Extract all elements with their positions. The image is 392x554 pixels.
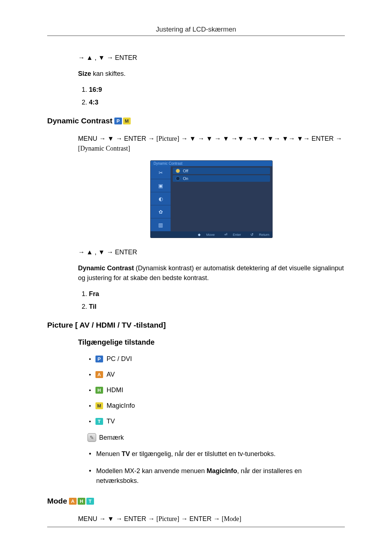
dc-description: Dynamic Contrast (Dynamisk kontrast) er … bbox=[78, 263, 345, 283]
note-heading: ✎ Bemærk bbox=[87, 433, 345, 442]
note-item: Modellen MX-2 kan anvende menuen MagicIn… bbox=[89, 466, 345, 486]
osd-footer: ◆Move ⏎Enter ↺Return bbox=[151, 231, 272, 238]
path-tail: [Dynamic Contrast] bbox=[78, 145, 130, 152]
note-mid: er tilgængelig, når der er tilsluttet en… bbox=[130, 450, 275, 457]
badge-m-icon: M bbox=[95, 402, 103, 409]
path-mid: → ▼ → ▼ → ▼ →▼ →▼→ ▼→ ▼→ ▼→ ENTER → bbox=[179, 135, 342, 142]
dc-desc-lead: Dynamic Contrast bbox=[78, 264, 134, 272]
osd-icon-tools-icon: ✂ bbox=[151, 166, 171, 179]
path-picture: [Picture] bbox=[156, 515, 179, 522]
path-mid: → ENTER → bbox=[179, 515, 222, 522]
list-item: 16:9 bbox=[89, 86, 345, 94]
badge-t-icon: T bbox=[86, 498, 94, 505]
page-header-title: Justering af LCD-skærmen bbox=[47, 25, 345, 36]
badge-a-icon: A bbox=[95, 371, 103, 378]
osd-option-off: Off bbox=[173, 168, 270, 174]
modes-list: P PC / DVI A AV H HDMI M MagicInfo T TV bbox=[78, 355, 345, 425]
mode-label: MagicInfo bbox=[107, 402, 135, 410]
size-section: → ▲ , ▼ → ENTER Size kan skiftes. 16:9 4… bbox=[78, 54, 345, 106]
osd-opt-label: Off bbox=[183, 169, 188, 173]
radio-unselected-icon bbox=[176, 176, 180, 181]
osd-title: Dynamic Contrast bbox=[151, 161, 272, 166]
mode-item-tv: T TV bbox=[89, 418, 345, 425]
mode-label: PC / DVI bbox=[107, 355, 132, 363]
heading-text: Mode bbox=[47, 497, 67, 505]
osd-foot-move: Move bbox=[206, 233, 215, 237]
notes-list: Menuen TV er tilgængelig, når der er til… bbox=[78, 449, 345, 486]
list-item: Fra bbox=[89, 290, 345, 298]
mode-item-pc-dvi: P PC / DVI bbox=[89, 355, 345, 363]
mode-item-magicinfo: M MagicInfo bbox=[89, 402, 345, 410]
heading-text: Dynamic Contrast bbox=[47, 116, 113, 125]
osd-icon-multi-icon: ▥ bbox=[151, 218, 171, 231]
available-modes-heading: Tilgængelige tilstande bbox=[78, 338, 345, 346]
note-pre: Menuen bbox=[96, 450, 122, 457]
dynamic-contrast-heading: Dynamic Contrast P M bbox=[47, 116, 345, 125]
osd-body: ✂ ▣ ◐ ✿ ▥ Off On bbox=[151, 166, 272, 231]
list-item: Til bbox=[89, 303, 345, 311]
osd-icon-setup-icon: ✿ bbox=[151, 205, 171, 218]
dynamic-contrast-body: MENU → ▼ → ENTER → [Picture] → ▼ → ▼ → ▼… bbox=[78, 134, 345, 311]
nav-sequence: → ▲ , ▼ → ENTER bbox=[78, 54, 345, 62]
mode-label: TV bbox=[107, 418, 115, 425]
mode-body: MENU → ▼ → ENTER → [Picture] → ENTER → [… bbox=[78, 514, 345, 524]
dc-option-list: Fra Til bbox=[78, 290, 345, 311]
document-page: Justering af LCD-skærmen → ▲ , ▼ → ENTER… bbox=[0, 0, 392, 554]
path-picture: [Picture] bbox=[156, 135, 179, 142]
mode-label: AV bbox=[107, 371, 115, 378]
osd-icon-sound-icon: ◐ bbox=[151, 192, 171, 205]
osd-opt-label: On bbox=[183, 176, 188, 181]
note-bold: TV bbox=[122, 450, 130, 457]
badge-p-icon: P bbox=[114, 118, 122, 124]
path-tail: [Mode] bbox=[222, 515, 241, 522]
path-pre: MENU → ▼ → ENTER → bbox=[78, 515, 156, 522]
mode-item-av: A AV bbox=[89, 371, 345, 378]
osd-main: Off On bbox=[171, 166, 272, 231]
osd-option-on: On bbox=[173, 175, 270, 182]
path-pre: MENU → ▼ → ENTER → bbox=[78, 135, 156, 142]
radio-selected-icon bbox=[176, 169, 180, 173]
badge-t-icon: T bbox=[95, 418, 103, 425]
badge-h-icon: H bbox=[78, 498, 85, 505]
note-item: Menuen TV er tilgængelig, når der er til… bbox=[89, 449, 345, 459]
picture-av-body: Tilgængelige tilstande P PC / DVI A AV H… bbox=[78, 338, 345, 486]
osd-side-icons: ✂ ▣ ◐ ✿ ▥ bbox=[151, 166, 171, 231]
note-label: Bemærk bbox=[99, 434, 124, 442]
size-desc: Size kan skiftes. bbox=[78, 69, 345, 79]
list-item: 4:3 bbox=[89, 99, 345, 106]
opt-fra: Fra bbox=[89, 290, 99, 297]
size-lead: Size bbox=[78, 70, 91, 77]
note-pre: Modellen MX-2 kan anvende menuen bbox=[96, 467, 207, 475]
osd-foot-return: Return bbox=[259, 233, 269, 237]
mode-item-hdmi: H HDMI bbox=[89, 386, 345, 394]
badge-h-icon: H bbox=[95, 387, 103, 394]
mode-menu-path: MENU → ▼ → ENTER → [Picture] → ENTER → [… bbox=[78, 514, 345, 524]
mode-label: HDMI bbox=[107, 386, 123, 394]
footer-rule bbox=[47, 527, 345, 527]
mode-heading: Mode A H T bbox=[47, 497, 345, 505]
nav-sequence: → ▲ , ▼ → ENTER bbox=[78, 249, 345, 256]
badge-m-icon: M bbox=[123, 118, 131, 124]
opt-16-9: 16:9 bbox=[89, 86, 102, 93]
picture-av-heading: Picture [ AV / HDMI / TV -tilstand] bbox=[47, 321, 345, 329]
opt-4-3: 4:3 bbox=[89, 99, 98, 106]
osd-foot-enter: Enter bbox=[233, 233, 241, 237]
heading-text: Tilgængelige tilstande bbox=[78, 338, 155, 346]
osd-screenshot: Dynamic Contrast ✂ ▣ ◐ ✿ ▥ Off On bbox=[151, 161, 272, 238]
badge-a-icon: A bbox=[69, 498, 77, 505]
badge-p-icon: P bbox=[95, 356, 103, 362]
opt-til: Til bbox=[89, 303, 97, 310]
note-icon: ✎ bbox=[87, 433, 96, 442]
size-rest: kan skiftes. bbox=[91, 70, 126, 77]
note-bold: MagicInfo bbox=[207, 467, 237, 475]
heading-text: Picture [ AV / HDMI / TV -tilstand] bbox=[47, 321, 166, 329]
size-option-list: 16:9 4:3 bbox=[78, 86, 345, 106]
osd-icon-picture-icon: ▣ bbox=[151, 179, 171, 192]
dc-menu-path: MENU → ▼ → ENTER → [Picture] → ▼ → ▼ → ▼… bbox=[78, 134, 345, 153]
